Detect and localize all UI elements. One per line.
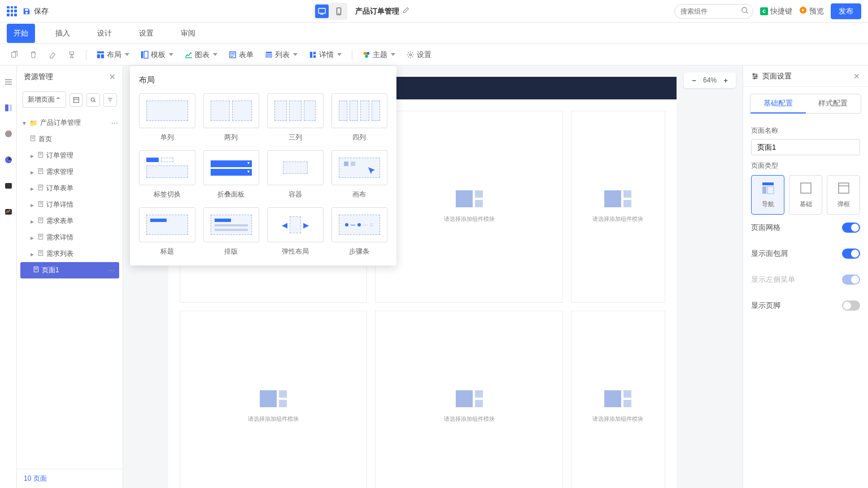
topbar: 保存 产品订单管理 c 快捷键 (0, 0, 868, 23)
zoom-out-button[interactable]: − (688, 75, 700, 86)
add-page-button[interactable]: 新增页面 ⌃ (23, 91, 66, 108)
layout-four-col[interactable]: 四列 (332, 93, 388, 142)
placeholder-icon (604, 190, 631, 207)
canvas-cell[interactable]: 请选择添加组件模块 (375, 311, 562, 488)
layout-typography[interactable]: 排版 (203, 207, 260, 256)
theme-dropdown[interactable]: 主题 (359, 47, 399, 62)
tree-filter-button[interactable] (103, 93, 117, 107)
tree-page-order-mgmt[interactable]: ▸ 订单管理 (17, 147, 123, 164)
mobile-device-button[interactable] (332, 5, 346, 18)
tree-page-demand-detail[interactable]: ▸ 需求详情 (17, 229, 123, 246)
form-icon (229, 51, 237, 59)
rail-analytics-icon[interactable] (3, 207, 14, 217)
layout-two-col[interactable]: 两列 (203, 93, 260, 142)
expand-icon[interactable]: ▸ (29, 169, 35, 175)
tree-page-demand-list[interactable]: ▸ 需求列表 (17, 246, 123, 262)
search-icon[interactable] (741, 6, 749, 16)
layout-container[interactable]: 容器 (267, 150, 324, 199)
paint-button[interactable] (64, 47, 79, 62)
tree-page-demand-mgmt[interactable]: ▸ 需求管理 (17, 164, 123, 180)
page-title-container: 产品订单管理 (355, 6, 409, 16)
tab-style[interactable]: 样式配置 (806, 94, 861, 113)
page-name-label: 页面名称 (751, 126, 860, 136)
type-nav[interactable]: 导航 (751, 175, 784, 215)
tree-page-demand-form[interactable]: ▸ 需求表单 (17, 213, 123, 229)
form-dropdown[interactable]: 表单 (225, 47, 257, 62)
tree-page-order-detail[interactable]: ▸ 订单详情 (17, 197, 123, 213)
more-icon[interactable]: ⋯ (111, 119, 118, 127)
tree-root[interactable]: ▾ 📁 产品订单管理 ⋯ (17, 115, 123, 131)
eraser-button[interactable] (45, 47, 60, 62)
apps-grid-icon[interactable] (7, 6, 17, 16)
tree-page-page1[interactable]: 页面1 ⋯ (20, 262, 119, 278)
svg-rect-44 (767, 186, 774, 194)
tree-search-button[interactable] (86, 93, 100, 107)
chart-dropdown[interactable]: 图表 (181, 47, 221, 62)
expand-icon[interactable]: ▸ (29, 202, 35, 208)
modal-type-icon (837, 181, 850, 195)
tree-collapse-button[interactable] (69, 93, 83, 107)
layout-three-col[interactable]: 三列 (267, 93, 324, 142)
delete-button[interactable] (26, 47, 41, 62)
layout-single-col[interactable]: 单列 (139, 93, 195, 142)
switch-grid[interactable] (842, 223, 860, 233)
close-panel-icon[interactable]: ✕ (109, 72, 116, 81)
zoom-in-button[interactable]: + (720, 75, 731, 86)
shortcut-button[interactable]: c 快捷键 (760, 6, 792, 16)
detail-dropdown[interactable]: 详情 (306, 47, 345, 62)
canvas-cell[interactable]: 请选择添加组件模块 (180, 311, 367, 488)
type-modal[interactable]: 弹框 (827, 175, 860, 215)
layout-flex[interactable]: ◀▶ 弹性布局 (267, 207, 324, 256)
tab-basic[interactable]: 基础配置 (751, 94, 806, 114)
svg-rect-9 (141, 51, 143, 58)
layout-canvas[interactable]: 画布 (332, 150, 388, 199)
nav-type-icon (761, 181, 775, 195)
layout-collapse[interactable]: ▾▾ 折叠面板 (203, 150, 260, 199)
settings-button[interactable]: 设置 (403, 47, 435, 62)
switch-footer[interactable] (842, 300, 860, 311)
menu-start[interactable]: 开始 (7, 24, 35, 43)
rail-chart-icon[interactable] (3, 155, 14, 165)
expand-icon[interactable]: ▸ (29, 235, 35, 241)
menu-settings[interactable]: 设置 (132, 24, 160, 43)
tree-page-home[interactable]: 首页 (17, 131, 123, 147)
list-dropdown[interactable]: 列表 (261, 47, 301, 62)
switch-breadcrumb[interactable] (842, 249, 860, 259)
svg-rect-46 (839, 183, 849, 193)
svg-point-19 (367, 51, 369, 54)
zoom-value: 64% (703, 76, 717, 84)
canvas-cell[interactable]: 请选择添加组件模块 (571, 311, 665, 488)
menu-insert[interactable]: 插入 (49, 24, 77, 43)
layout-tabs[interactable]: 标签切换 (139, 150, 195, 199)
close-settings-icon[interactable]: ✕ (853, 72, 860, 81)
settings-tabs: 基础配置 样式配置 (750, 94, 861, 114)
menu-design[interactable]: 设计 (90, 24, 119, 43)
rail-layers-icon[interactable] (3, 103, 14, 113)
edit-title-icon[interactable] (403, 7, 409, 15)
expand-icon[interactable]: ▾ (21, 120, 27, 126)
expand-icon[interactable]: ▸ (29, 251, 35, 257)
expand-icon[interactable]: ▸ (29, 219, 35, 224)
rail-terminal-icon[interactable] (3, 181, 14, 191)
preview-button[interactable]: 预览 (799, 6, 824, 16)
desktop-device-button[interactable] (315, 5, 329, 18)
rail-menu-icon[interactable] (3, 77, 14, 87)
canvas-cell[interactable]: 请选择添加组件模块 (375, 111, 562, 303)
rail-data-icon[interactable] (3, 129, 14, 139)
publish-button[interactable]: 发布 (831, 3, 861, 19)
template-dropdown[interactable]: 模板 (137, 47, 177, 62)
svg-point-29 (91, 98, 94, 101)
layout-steps[interactable]: 步骤条 (332, 207, 388, 256)
page-name-input[interactable] (751, 139, 860, 155)
type-basic[interactable]: 基础 (789, 175, 822, 215)
tree-page-order-form[interactable]: ▸ 订单表单 (17, 180, 123, 197)
copy-button[interactable] (7, 47, 21, 62)
layout-dropdown[interactable]: 布局 (93, 47, 133, 62)
canvas-cell[interactable]: 请选择添加组件模块 (571, 111, 665, 303)
layout-title[interactable]: 标题 (139, 207, 195, 256)
more-icon[interactable]: ⋯ (108, 267, 115, 274)
save-button[interactable]: 保存 (23, 6, 49, 16)
expand-icon[interactable]: ▸ (29, 153, 35, 159)
expand-icon[interactable]: ▸ (29, 186, 35, 191)
menu-review[interactable]: 审阅 (174, 24, 202, 43)
